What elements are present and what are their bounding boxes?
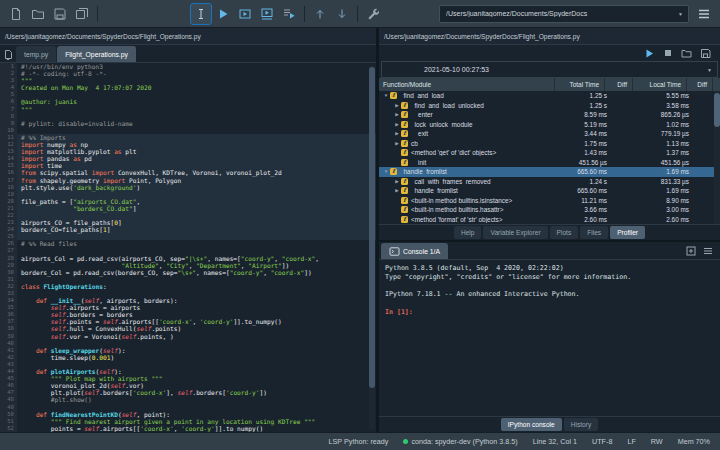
- save-button[interactable]: [49, 3, 71, 25]
- scrollbar-thumb[interactable]: [369, 67, 375, 388]
- line-number[interactable]: 34: [0, 297, 17, 304]
- editor-scrollbar[interactable]: [369, 65, 375, 430]
- code-line[interactable]: 12import numpy as np: [0, 141, 376, 148]
- pane-tab-help[interactable]: Help: [454, 226, 482, 239]
- code-editor[interactable]: 1#!/usr/bin/env python32# -*- coding: ut…: [0, 63, 376, 432]
- line-number[interactable]: 50: [0, 411, 17, 418]
- line-number[interactable]: 48: [0, 396, 17, 403]
- profiler-row[interactable]: f__exit__3.44 ms779.19 µs: [379, 129, 720, 139]
- line-number[interactable]: 26: [0, 240, 17, 247]
- code-line[interactable]: 46 voronoi_plot_2d(self.vor): [0, 382, 376, 389]
- line-number[interactable]: 31: [0, 276, 17, 283]
- tab-flight-operations-py[interactable]: Flight_Operations.py: [57, 46, 137, 62]
- new-file-button[interactable]: [5, 3, 27, 25]
- code-line[interactable]: 38 self.hull = ConvexHull(self.points): [0, 325, 376, 332]
- line-number[interactable]: 10: [0, 127, 17, 134]
- code-line[interactable]: 39 self.vor = Voronoi(self.points, ): [0, 333, 376, 340]
- code-line[interactable]: 10: [0, 127, 376, 134]
- line-number[interactable]: 19: [0, 191, 17, 198]
- line-number[interactable]: 7: [0, 106, 17, 113]
- profile-save-button[interactable]: [700, 48, 711, 59]
- expand-arrow-icon[interactable]: [382, 169, 390, 174]
- expand-arrow-icon[interactable]: [393, 112, 401, 117]
- code-line[interactable]: 20file_paths = ["airports_CO.dat",: [0, 198, 376, 205]
- browse-tabs-button[interactable]: [0, 46, 16, 62]
- line-number[interactable]: 33: [0, 290, 17, 297]
- code-line[interactable]: 44 def plotAirports(self):: [0, 368, 376, 375]
- profiler-row[interactable]: f_call_with_frames_removed1.24 s831.33 µ…: [379, 177, 720, 187]
- pane-tab-profiler[interactable]: Profiler: [610, 226, 645, 239]
- step-down-button[interactable]: [331, 3, 353, 25]
- text-cursor-button[interactable]: [190, 3, 212, 25]
- save-all-button[interactable]: [71, 3, 93, 25]
- profiler-date-combo[interactable]: 2021-05-10 00:27:53 ▼: [381, 61, 718, 78]
- code-line[interactable]: 31: [0, 276, 376, 283]
- expand-arrow-icon[interactable]: [382, 93, 390, 98]
- code-line[interactable]: 5: [0, 91, 376, 98]
- profiler-row[interactable]: f<built-in method builtins.hasattr>3.66 …: [379, 205, 720, 215]
- line-number[interactable]: 8: [0, 113, 17, 120]
- code-line[interactable]: 33: [0, 290, 376, 297]
- code-line[interactable]: 1#!/usr/bin/env python3: [0, 63, 376, 70]
- code-line[interactable]: 25: [0, 233, 376, 240]
- console-prompt-line[interactable]: In [1]:: [385, 308, 714, 317]
- line-number[interactable]: 6: [0, 98, 17, 105]
- code-line[interactable]: 35 self.airports = airports: [0, 304, 376, 311]
- code-line[interactable]: 19: [0, 191, 376, 198]
- profile-stop-button[interactable]: [663, 48, 673, 58]
- pane-tab-ipython-console[interactable]: IPython console: [501, 418, 562, 431]
- code-line[interactable]: 13import matplotlib.pyplot as plt: [0, 148, 376, 155]
- run-file-button[interactable]: [212, 3, 234, 25]
- scrollbar-thumb[interactable]: [714, 93, 720, 127]
- chevron-down-icon[interactable]: ▼: [707, 67, 712, 73]
- code-line[interactable]: 40: [0, 340, 376, 347]
- expand-arrow-icon[interactable]: [393, 179, 401, 184]
- line-number[interactable]: 11: [0, 134, 17, 141]
- code-line[interactable]: 50 def findNearestPointKD(self, point):: [0, 411, 376, 418]
- run-selection-button[interactable]: [278, 3, 300, 25]
- profile-open-button[interactable]: [681, 48, 692, 59]
- profiler-row[interactable]: f_handle_fromlist665.60 ms1.69 ms: [379, 186, 720, 196]
- line-number[interactable]: 32: [0, 283, 17, 290]
- expand-arrow-icon[interactable]: [393, 122, 401, 127]
- line-number[interactable]: 28: [0, 255, 17, 262]
- code-line[interactable]: 32class FlightOperations:: [0, 283, 376, 290]
- code-line[interactable]: 27: [0, 247, 376, 254]
- code-line[interactable]: 49: [0, 404, 376, 411]
- profiler-row[interactable]: fcb1.75 ms1.13 ms: [379, 139, 720, 149]
- expand-arrow-icon[interactable]: [393, 103, 401, 108]
- line-number[interactable]: 37: [0, 318, 17, 325]
- line-number[interactable]: 21: [0, 205, 17, 212]
- code-line[interactable]: 47 plt.plot(self.borders['coord-x'], sel…: [0, 389, 376, 396]
- profiler-row[interactable]: f_find_and_load1.25 s5.55 ms: [379, 91, 720, 101]
- line-number[interactable]: 46: [0, 382, 17, 389]
- line-number[interactable]: 14: [0, 155, 17, 162]
- code-line[interactable]: 52 points = self.airports[['coord-x', 'c…: [0, 425, 376, 432]
- line-number[interactable]: 12: [0, 141, 17, 148]
- line-number[interactable]: 1: [0, 63, 17, 70]
- line-number[interactable]: 17: [0, 177, 17, 184]
- code-line[interactable]: 11# %% Imports: [0, 134, 376, 141]
- code-line[interactable]: 37 self.points = self.airports[['coord-x…: [0, 318, 376, 325]
- line-number[interactable]: 4: [0, 84, 17, 91]
- code-line[interactable]: 8: [0, 113, 376, 120]
- code-line[interactable]: 45 """ Plot map with airports """: [0, 375, 376, 382]
- chevron-down-icon[interactable]: ▼: [678, 11, 683, 17]
- line-number[interactable]: 38: [0, 325, 17, 332]
- console-menu-button[interactable]: [703, 246, 713, 256]
- column-diff-2[interactable]: Diff: [687, 78, 713, 91]
- pane-tab-variable-explorer[interactable]: Variable Explorer: [483, 226, 547, 239]
- line-number[interactable]: 27: [0, 247, 17, 254]
- code-line[interactable]: 26# %% Read files: [0, 240, 376, 247]
- line-number[interactable]: 35: [0, 304, 17, 311]
- column-function-module[interactable]: Function/Module: [379, 78, 555, 91]
- line-number[interactable]: 49: [0, 404, 17, 411]
- run-cell-button[interactable]: [234, 3, 256, 25]
- line-number[interactable]: 42: [0, 354, 17, 361]
- console-output[interactable]: Python 3.8.5 (default, Sep 4 2020, 02:22…: [379, 260, 720, 416]
- line-number[interactable]: 13: [0, 148, 17, 155]
- code-line[interactable]: 17from shapely.geometry import Point, Po…: [0, 177, 376, 184]
- code-line[interactable]: 3""": [0, 77, 376, 84]
- line-number[interactable]: 47: [0, 389, 17, 396]
- line-number[interactable]: 52: [0, 425, 17, 432]
